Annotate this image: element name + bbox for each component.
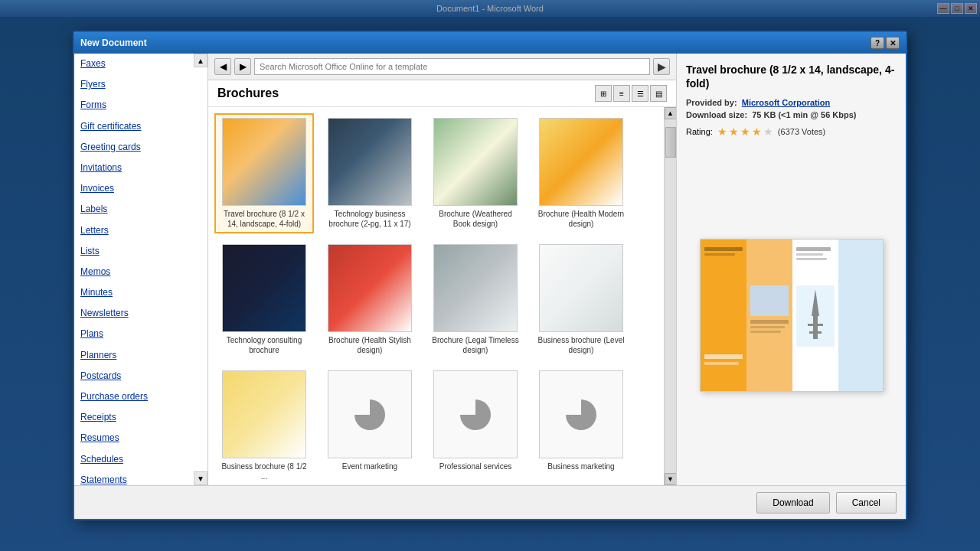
svg-rect-15 bbox=[750, 320, 789, 324]
search-go-button[interactable]: ▶ bbox=[653, 58, 670, 75]
svg-rect-18 bbox=[704, 354, 743, 359]
loading-spinner bbox=[460, 399, 491, 430]
rating-stars: Rating: ★ ★ ★ ★ ★ (6373 Votes) bbox=[686, 126, 897, 138]
svg-rect-19 bbox=[704, 362, 739, 365]
sidebar-item-forms[interactable]: Forms bbox=[74, 95, 207, 116]
scroll-thumb[interactable] bbox=[665, 127, 676, 158]
template-thumb-legal bbox=[433, 244, 518, 332]
template-item-tech-consult[interactable]: Technology consulting brochure bbox=[214, 240, 314, 360]
svg-rect-6 bbox=[813, 316, 818, 339]
template-item-health-modern[interactable]: Brochure (Health Modern design) bbox=[531, 113, 631, 233]
dialog-title-buttons: ? ✕ bbox=[871, 37, 900, 49]
loading-spinner bbox=[354, 399, 385, 430]
forward-button[interactable]: ▶ bbox=[234, 58, 251, 75]
sidebar-item-letters[interactable]: Letters bbox=[74, 220, 207, 241]
download-button[interactable]: Download bbox=[756, 492, 829, 514]
modal-overlay: New Document ? ✕ ▲ FaxesFlyersFormsGift … bbox=[0, 0, 980, 551]
sidebar-item-lists[interactable]: Lists bbox=[74, 241, 207, 262]
sidebar-item-labels[interactable]: Labels bbox=[74, 199, 207, 220]
thumb-art-legal bbox=[434, 245, 517, 331]
template-row-1: Technology consulting brochureBrochure (… bbox=[214, 240, 658, 360]
template-label-legal: Brochure (Legal Timeless design) bbox=[430, 335, 521, 355]
sidebar-item-minutes[interactable]: Minutes bbox=[74, 282, 207, 303]
sidebar-item-postcards[interactable]: Postcards bbox=[74, 366, 207, 386]
template-item-business-half[interactable]: Business brochure (8 1/2 ... bbox=[214, 366, 314, 485]
sidebar-item-faxes[interactable]: Faxes bbox=[74, 54, 207, 74]
template-thumb-tech-business bbox=[328, 118, 412, 206]
sidebar-item-flyers[interactable]: Flyers bbox=[74, 74, 207, 95]
provided-by-label: Provided by: bbox=[686, 98, 737, 107]
thumb-art-business-level bbox=[540, 245, 622, 331]
template-item-travel[interactable]: Travel brochure (8 1/2 x 14, landscape, … bbox=[214, 113, 314, 233]
new-document-dialog: New Document ? ✕ ▲ FaxesFlyersFormsGift … bbox=[73, 31, 907, 520]
sidebar-item-receipts[interactable]: Receipts bbox=[74, 407, 207, 428]
vote-count: (6373 Votes) bbox=[778, 127, 825, 136]
sidebar-item-planners[interactable]: Planners bbox=[74, 345, 207, 366]
sidebar-item-plans[interactable]: Plans bbox=[74, 324, 207, 344]
templates-grid: Travel brochure (8 1/2 x 14, landscape, … bbox=[208, 107, 664, 485]
template-label-business-marketing: Business marketing bbox=[547, 461, 614, 471]
preview-download-size: Download size: 75 KB (<1 min @ 56 Kbps) bbox=[686, 110, 897, 119]
template-label-business-half: Business brochure (8 1/2 ... bbox=[219, 461, 309, 481]
template-thumb-business-half bbox=[222, 370, 306, 458]
scroll-down-arrow[interactable]: ▼ bbox=[665, 473, 677, 485]
svg-rect-9 bbox=[704, 247, 743, 251]
thumb-art-tech-business bbox=[328, 119, 411, 205]
rating-label: Rating: bbox=[686, 127, 713, 136]
sidebar-item-memos[interactable]: Memos bbox=[74, 262, 207, 282]
dialog-close-button[interactable]: ✕ bbox=[886, 37, 900, 49]
search-input[interactable] bbox=[254, 58, 650, 75]
dialog-help-button[interactable]: ? bbox=[871, 37, 884, 49]
thumb-art-travel bbox=[223, 119, 305, 205]
sidebar: ▲ FaxesFlyersFormsGift certificatesGreet… bbox=[74, 54, 208, 485]
dialog-footer: Download Cancel bbox=[74, 485, 906, 519]
search-bar: ◀ ▶ ▶ bbox=[208, 54, 676, 80]
main-content: ◀ ▶ ▶ Brochures ⊞ ≡ ☰ ▤ bbox=[208, 54, 676, 485]
scroll-up-arrow[interactable]: ▲ bbox=[665, 107, 677, 119]
thumb-art-tech-consult bbox=[223, 245, 305, 331]
download-size-value: 75 KB (<1 min @ 56 Kbps) bbox=[752, 110, 856, 119]
svg-rect-17 bbox=[750, 331, 781, 333]
section-title: Brochures bbox=[217, 86, 279, 100]
template-thumb-weathered bbox=[433, 118, 518, 206]
provided-by-value[interactable]: Microsoft Corporation bbox=[742, 98, 831, 107]
view-btn-2[interactable]: ≡ bbox=[613, 85, 630, 102]
template-item-tech-business[interactable]: Technology business brochure (2-pg, 11 x… bbox=[320, 113, 420, 233]
sidebar-item-greeting-cards[interactable]: Greeting cards bbox=[74, 137, 207, 158]
back-button[interactable]: ◀ bbox=[214, 58, 231, 75]
svg-rect-8 bbox=[809, 331, 822, 334]
template-item-business-marketing[interactable]: Business marketing bbox=[531, 366, 631, 485]
template-thumb-travel bbox=[222, 118, 306, 206]
view-btn-1[interactable]: ⊞ bbox=[595, 85, 612, 102]
template-item-event-marketing[interactable]: Event marketing bbox=[320, 366, 420, 485]
preview-image-container bbox=[686, 155, 897, 476]
sidebar-item-statements[interactable]: Statements bbox=[74, 470, 207, 485]
preview-provided-by: Provided by: Microsoft Corporation bbox=[686, 98, 897, 107]
cancel-button[interactable]: Cancel bbox=[836, 492, 897, 514]
view-btn-3[interactable]: ☰ bbox=[632, 85, 648, 102]
template-item-legal[interactable]: Brochure (Legal Timeless design) bbox=[426, 240, 525, 360]
sidebar-item-invitations[interactable]: Invitations bbox=[74, 158, 207, 178]
template-label-health-stylish: Brochure (Health Stylish design) bbox=[325, 335, 415, 355]
template-item-professional-services[interactable]: Professional services bbox=[426, 366, 525, 485]
sidebar-item-newsletters[interactable]: Newsletters bbox=[74, 303, 207, 324]
template-item-weathered[interactable]: Brochure (Weathered Book design) bbox=[426, 113, 525, 233]
template-label-tech-consult: Technology consulting brochure bbox=[219, 335, 309, 355]
template-item-health-stylish[interactable]: Brochure (Health Stylish design) bbox=[320, 240, 420, 360]
sidebar-item-invoices[interactable]: Invoices bbox=[74, 178, 207, 199]
template-item-business-level[interactable]: Business brochure (Level design) bbox=[531, 240, 631, 360]
sidebar-item-gift-certificates[interactable]: Gift certificates bbox=[74, 116, 207, 137]
view-btn-4[interactable]: ▤ bbox=[650, 85, 667, 102]
content-header: Brochures ⊞ ≡ ☰ ▤ bbox=[208, 80, 676, 107]
thumb-art-health-modern bbox=[540, 119, 622, 205]
sidebar-scroll-down[interactable]: ▼ bbox=[194, 471, 207, 485]
star-1: ★ bbox=[717, 126, 727, 138]
svg-rect-12 bbox=[796, 253, 823, 256]
sidebar-scroll-up[interactable]: ▲ bbox=[194, 54, 207, 67]
thumb-art-weathered bbox=[434, 119, 517, 205]
sidebar-item-resumes[interactable]: Resumes bbox=[74, 428, 207, 448]
template-thumb-health-modern bbox=[539, 118, 623, 206]
star-5: ★ bbox=[763, 126, 773, 138]
sidebar-item-purchase-orders[interactable]: Purchase orders bbox=[74, 386, 207, 407]
sidebar-item-schedules[interactable]: Schedules bbox=[74, 449, 207, 470]
